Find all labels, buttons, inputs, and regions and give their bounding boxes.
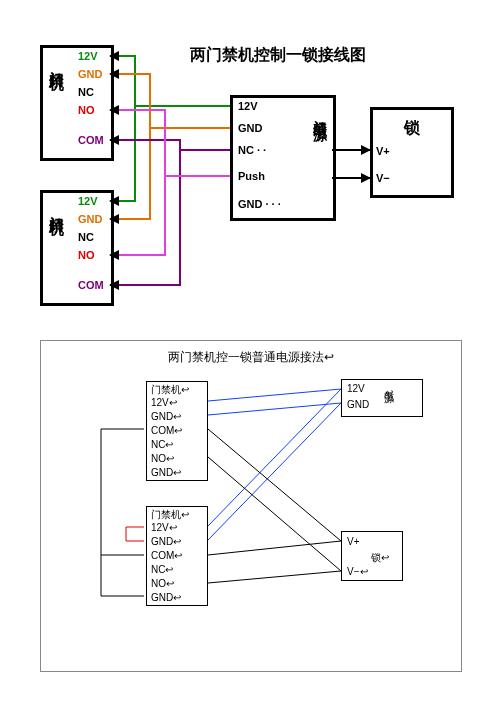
diagram-2-wires <box>41 341 461 671</box>
page: 两门禁机控制一锁接线图 门禁机 12V GND NC NO COM 门禁机 12… <box>0 0 500 707</box>
diagram-1: 两门禁机控制一锁接线图 门禁机 12V GND NC NO COM 门禁机 12… <box>40 40 460 320</box>
diagram-2: 两门禁机控一锁普通电源接法↩ 门禁机↩ 12V↩ GND↩ COM↩ NC↩ N… <box>40 340 462 672</box>
diagram-1-wires <box>40 40 460 320</box>
